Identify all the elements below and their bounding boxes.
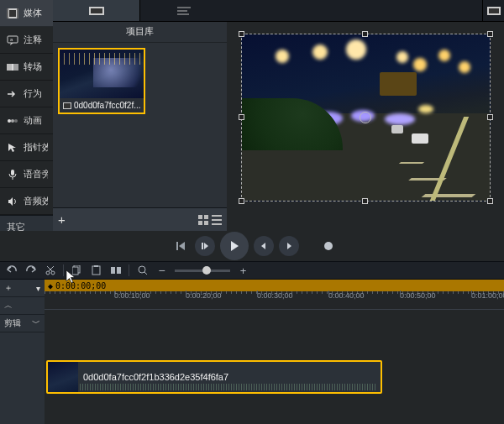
track-collapse-row[interactable]: ︿ [0,297,45,315]
resize-handle[interactable] [487,31,493,37]
list-bars-icon [177,7,191,15]
svg-point-9 [11,119,14,123]
list-view-button[interactable] [212,215,222,225]
sidebar-item-narration[interactable]: 语音旁白 [0,161,53,188]
sidebar-item-annotation[interactable]: a 注释 [0,27,53,54]
preview-canvas[interactable] [241,34,491,202]
svg-rect-7 [12,64,18,71]
preview-tabs [227,0,504,22]
ruler-tick: 0:00:40;00 [328,291,365,300]
media-grid: 0d0d0fa7fcc0f2f... [53,43,227,207]
svg-rect-3 [9,10,16,17]
split-button[interactable] [109,264,122,277]
prev-frame-button[interactable] [171,237,190,255]
media-name-text: 0d0d0fa7fcc0f2f... [74,101,141,110]
cursor-icon [7,142,18,154]
undo-button[interactable] [5,264,18,277]
library-tab-media[interactable] [53,0,140,21]
resize-handle[interactable] [239,198,244,204]
sidebar-item-audio-effects[interactable]: 音频效果 [0,188,53,215]
paste-button[interactable] [90,264,102,277]
library-panel: 项目库 0d0d0fa7fcc0f2f... + [53,0,227,231]
clip-waveform [80,384,377,390]
ruler-tick: 0:00:20;00 [186,291,222,300]
record-marker-button[interactable] [324,242,333,250]
svg-rect-1 [7,8,8,18]
chevron-down-icon: ﹀ [32,317,40,329]
zoom-out-button[interactable]: − [155,264,168,277]
clip-label-text: 剪辑 [4,317,21,329]
add-track-button[interactable]: ＋ [4,282,13,294]
svg-rect-36 [94,265,98,267]
svg-point-10 [14,119,18,123]
step-forward-button[interactable] [254,236,274,256]
sidebar-item-label: 行为 [24,87,42,100]
add-media-button[interactable]: + [58,212,66,227]
time-ruler[interactable]: 0:00:10;00 0:00:20;00 0:00:30;00 0:00:40… [45,291,504,310]
sidebar-item-media[interactable]: 媒体 [0,0,53,27]
zoom-search-icon [136,264,149,277]
media-item[interactable]: 0d0d0fa7fcc0f2f... [58,48,145,114]
svg-rect-20 [198,215,202,219]
svg-point-39 [139,266,145,273]
library-tabs [53,0,227,22]
svg-rect-21 [204,215,208,219]
rotate-handle[interactable] [360,112,371,123]
svg-rect-25 [212,219,222,221]
svg-rect-24 [212,215,222,217]
playhead-time[interactable]: ◆ 0:00:00;00 [45,280,504,291]
resize-handle[interactable] [487,114,493,120]
sidebar-item-animation[interactable]: 动画 [0,107,53,134]
step-back-button[interactable] [195,236,215,256]
svg-rect-37 [111,267,115,274]
ruler-tick: 0:00:50;00 [400,291,436,300]
clip-section-label[interactable]: 剪辑 ﹀ [0,315,45,332]
sidebar-item-behavior[interactable]: 行为 [0,81,53,107]
film-strip-icon [63,102,71,109]
redo-button[interactable] [24,264,37,277]
svg-rect-11 [11,170,14,175]
clip-thumbnail [48,362,78,392]
film-strip-icon [487,7,501,15]
playhead-time-text: 0:00:00;00 [55,281,106,291]
media-name-bar: 0d0d0fa7fcc0f2f... [60,98,144,113]
svg-rect-35 [92,266,100,275]
film-strip-icon [7,8,18,19]
svg-rect-26 [212,223,222,225]
annotation-icon: a [7,34,18,46]
next-button[interactable] [279,236,299,256]
zoom-slider[interactable] [175,270,230,272]
svg-line-40 [144,272,147,275]
microphone-icon [7,169,18,181]
resize-handle[interactable] [487,198,493,204]
sidebar-item-label: 媒体 [24,7,42,19]
resize-handle[interactable] [239,114,244,120]
resize-handle[interactable] [362,198,368,204]
timeline-clip[interactable]: 0d0d0fa7fcc0f2f1b336d2e35f4f6fa7 [46,360,382,394]
ruler-tick: 0:01:00;00 [471,291,504,300]
track-menu-button[interactable]: ▾ [36,284,40,293]
sidebar-item-label: 动画 [24,114,42,127]
resize-handle[interactable] [362,31,368,37]
sidebar-item-cursor-effects[interactable]: 指针效果 [0,134,53,161]
zoom-in-button[interactable]: + [237,264,249,277]
zoom-slider-handle[interactable] [202,266,211,275]
speaker-icon [7,196,18,207]
track-add-row: ＋ ▾ [0,280,45,297]
chevron-up-icon: ︿ [4,300,13,311]
copy-button[interactable] [71,264,83,277]
behavior-icon [7,88,18,100]
play-button[interactable] [220,232,249,260]
svg-rect-38 [117,267,121,274]
sidebar: 媒体 a 注释 转场 行为 [0,0,53,231]
resize-handle[interactable] [239,31,244,37]
svg-rect-29 [176,242,178,250]
sidebar-item-transition[interactable]: 转场 [0,54,53,81]
svg-text:a: a [10,37,13,42]
library-tab-list[interactable] [140,0,227,21]
preview-tab[interactable] [482,0,504,21]
grid-view-button[interactable] [198,215,208,225]
cut-button[interactable] [44,264,56,277]
svg-rect-2 [17,8,18,18]
svg-point-32 [51,271,55,275]
